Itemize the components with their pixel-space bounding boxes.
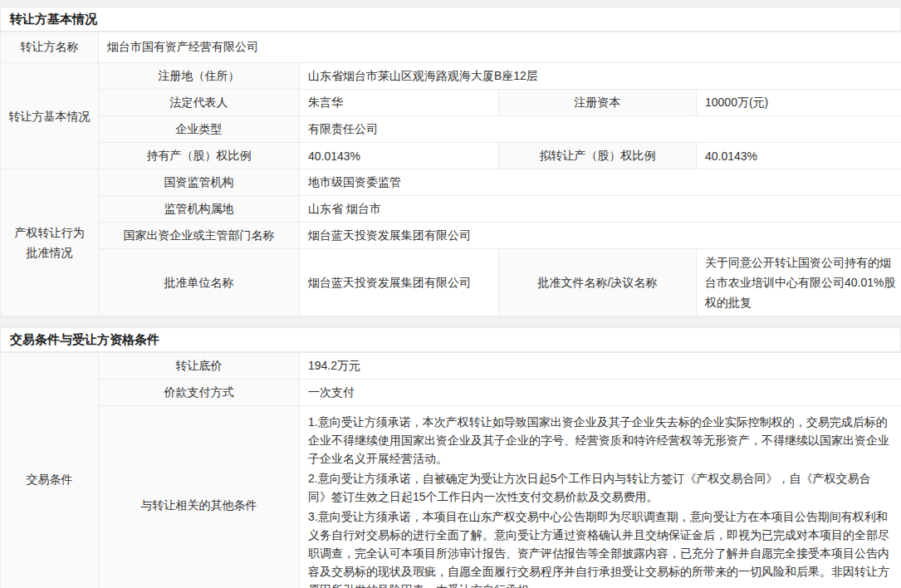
section-title-trade-conditions: 交易条件与受让方资格条件	[0, 327, 901, 352]
transferor-info-table: 转让方名称 烟台市国有资产经营有限公司 转让方基本情况 注册地（住所） 山东省烟…	[0, 32, 901, 316]
holding-ratio-label: 持有产（股）权比例	[99, 143, 300, 169]
transfer-ratio-label: 拟转让产（股）权比例	[499, 143, 697, 169]
section-gap	[0, 316, 901, 327]
holding-ratio-value: 40.0143%	[300, 143, 499, 169]
document-page: 转让方基本情况 转让方名称 烟台市国有资产经营有限公司 转让方基本情况 注册地（…	[0, 7, 901, 588]
regulator-label: 国资监管机构	[99, 169, 300, 196]
transferor-name-label: 转让方名称	[1, 32, 99, 63]
group-approval-label-line2: 批准情况	[6, 243, 93, 262]
group-basic-info-label: 转让方基本情况	[1, 63, 99, 169]
table-row: 监管机构属地 山东省 烟台市	[1, 196, 901, 223]
table-row: 持有产（股）权比例 40.0143% 拟转让产（股）权比例 40.0143%	[1, 143, 901, 169]
group-approval-label-line1: 产权转让行为	[6, 223, 93, 243]
table-row: 转让方名称 烟台市国有资产经营有限公司	[1, 32, 901, 63]
transfer-ratio-value: 40.0143%	[697, 143, 901, 169]
registered-address-label: 注册地（住所）	[99, 63, 300, 90]
other-conditions-label: 与转让相关的其他条件	[99, 406, 300, 588]
regulator-region-value: 山东省 烟台市	[300, 196, 901, 223]
table-row: 法定代表人 朱言华 注册资本 10000万(元)	[1, 90, 901, 116]
section-title-transferor: 转让方基本情况	[0, 7, 901, 32]
section-transferor-info: 转让方基本情况 转让方名称 烟台市国有资产经营有限公司 转让方基本情况 注册地（…	[0, 7, 901, 316]
approval-document-label: 批准文件名称/决议名称	[499, 249, 697, 316]
table-row: 产权转让行为 批准情况 国资监管机构 地市级国资委监管	[1, 169, 901, 196]
other-conditions-paragraph-1: 1.意向受让方须承诺，本次产权转让如导致国家出资企业及其子企业失去标的企业实际控…	[308, 413, 893, 468]
table-row: 与转让相关的其他条件 1.意向受让方须承诺，本次产权转让如导致国家出资企业及其子…	[1, 406, 901, 588]
other-conditions-value: 1.意向受让方须承诺，本次产权转让如导致国家出资企业及其子企业失去标的企业实际控…	[300, 406, 901, 588]
state-funded-enterprise-label: 国家出资企业或主管部门名称	[99, 223, 300, 249]
enterprise-type-label: 企业类型	[99, 116, 300, 143]
legal-representative-label: 法定代表人	[99, 90, 300, 116]
payment-method-label: 价款支付方式	[99, 380, 300, 406]
floor-price-value: 194.2万元	[300, 353, 901, 380]
registered-capital-label: 注册资本	[499, 90, 697, 116]
state-funded-enterprise-value: 烟台蓝天投资发展集团有限公司	[300, 223, 901, 249]
approval-unit-value: 烟台蓝天投资发展集团有限公司	[300, 249, 499, 316]
other-conditions-paragraph-2: 2.意向受让方须承诺，自被确定为受让方次日起5个工作日内与转让方签订《产权交易合…	[308, 469, 893, 506]
enterprise-type-value: 有限责任公司	[300, 116, 901, 143]
floor-price-label: 转让底价	[99, 353, 300, 380]
table-row: 交易条件 转让底价 194.2万元	[1, 353, 901, 380]
group-approval-label: 产权转让行为 批准情况	[1, 169, 99, 316]
registered-address-value: 山东省烟台市莱山区观海路观海大厦B座12层	[300, 63, 901, 90]
trade-conditions-table: 交易条件 转让底价 194.2万元 价款支付方式 一次支付 与转让相关的其他条件…	[0, 352, 901, 588]
table-row: 转让方基本情况 注册地（住所） 山东省烟台市莱山区观海路观海大厦B座12层	[1, 63, 901, 90]
regulator-value: 地市级国资委监管	[300, 169, 901, 196]
group-trade-conditions-label: 交易条件	[1, 353, 99, 588]
section-trade-conditions: 交易条件与受让方资格条件 交易条件 转让底价 194.2万元 价款支付方式 一次…	[0, 327, 901, 588]
table-row: 批准单位名称 烟台蓝天投资发展集团有限公司 批准文件名称/决议名称 关于同意公开…	[1, 249, 901, 316]
transferor-name-value: 烟台市国有资产经营有限公司	[99, 32, 901, 63]
table-row: 价款支付方式 一次支付	[1, 380, 901, 406]
table-row: 企业类型 有限责任公司	[1, 116, 901, 143]
approval-unit-label: 批准单位名称	[99, 249, 300, 316]
legal-representative-value: 朱言华	[300, 90, 499, 116]
registered-capital-value: 10000万(元)	[697, 90, 901, 116]
other-conditions-paragraph-3: 3.意向受让方须承诺，本项目在山东产权交易中心公告期即为尽职调查期，意向受让方在…	[308, 507, 893, 588]
payment-method-value: 一次支付	[300, 380, 901, 406]
approval-document-value: 关于同意公开转让国资公司持有的烟台市农业培训中心有限公司40.01%股权的批复	[697, 249, 901, 316]
table-row: 国家出资企业或主管部门名称 烟台蓝天投资发展集团有限公司	[1, 223, 901, 249]
regulator-region-label: 监管机构属地	[99, 196, 300, 223]
